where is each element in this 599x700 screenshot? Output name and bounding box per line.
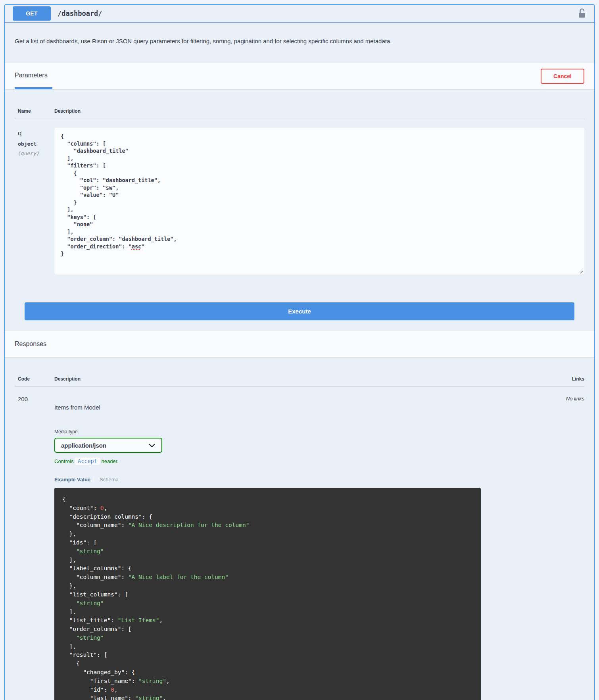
param-type: object: [18, 141, 54, 147]
chevron-down-icon: [149, 442, 155, 449]
column-header-name: Name: [18, 108, 54, 114]
endpoint-description: Get a list of dashboards, use Rison or J…: [5, 23, 594, 63]
query-parameter-editor[interactable]: { "columns": [ "dashboard_title" ], "fil…: [54, 128, 584, 275]
response-code: 200: [15, 396, 54, 700]
responses-title: Responses: [15, 331, 46, 357]
column-header-description: Description: [54, 108, 584, 114]
responses-table-header: Code Description Links: [15, 357, 584, 387]
example-response-code-block: { "count": 0, "description_columns": { "…: [54, 488, 481, 700]
execute-button[interactable]: Execute: [25, 302, 574, 320]
column-header-code: Code: [18, 376, 54, 382]
column-header-description: Description: [54, 376, 572, 382]
tab-example-value[interactable]: Example Value: [54, 477, 90, 483]
response-links: No links: [566, 396, 584, 700]
accept-header-code: Accept: [75, 458, 100, 465]
response-description: Items from Model: [54, 404, 566, 411]
parameters-table: Name Description q object (query) { "col…: [5, 89, 594, 320]
auth-lock-button[interactable]: [578, 8, 586, 19]
unlock-icon: [578, 14, 586, 20]
tab-parameters[interactable]: Parameters: [15, 63, 52, 89]
cancel-button[interactable]: Cancel: [541, 69, 584, 84]
operation-block-get-dashboard: GET /dashboard/ Get a list of dashboards…: [4, 4, 595, 700]
response-row-200: 200 Items from Model Media type applicat…: [15, 387, 584, 700]
tab-divider: [95, 476, 95, 483]
endpoint-path: /dashboard/: [58, 10, 102, 17]
responses-table: Code Description Links 200 Items from Mo…: [5, 357, 594, 700]
example-schema-tabs: Example Value Schema: [54, 476, 566, 483]
tab-schema[interactable]: Schema: [100, 477, 119, 483]
parameters-table-header: Name Description: [15, 89, 584, 119]
param-location: (query): [18, 150, 54, 156]
operation-summary[interactable]: GET /dashboard/: [5, 5, 594, 23]
media-type-value: application/json: [61, 442, 106, 449]
param-name: q: [18, 129, 54, 137]
parameters-section-header: Parameters Cancel: [5, 63, 594, 89]
method-badge: GET: [13, 6, 51, 21]
resize-handle[interactable]: [578, 268, 583, 273]
column-header-links: Links: [572, 376, 584, 382]
media-type-select[interactable]: application/json: [54, 438, 162, 453]
responses-section-header: Responses: [5, 331, 594, 357]
parameter-row-q: q object (query) { "columns": [ "dashboa…: [15, 119, 584, 275]
media-type-label: Media type: [54, 429, 566, 435]
accept-header-note: Controls Accept header.: [54, 458, 566, 464]
